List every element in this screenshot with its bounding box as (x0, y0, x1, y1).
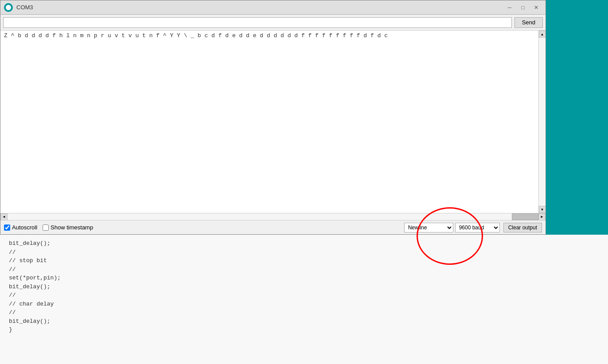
scroll-right-arrow[interactable]: ► (538, 213, 546, 221)
code-line-1: bit_delay(); (9, 239, 599, 248)
send-button[interactable]: Send (514, 17, 543, 28)
newline-select[interactable]: No line ending Newline Carriage return B… (404, 223, 453, 232)
minimize-button[interactable]: ─ (504, 3, 515, 12)
title-bar-left: COM3 (4, 3, 33, 12)
scroll-thumb-horizontal[interactable] (512, 213, 538, 220)
scroll-down-arrow[interactable]: ▼ (539, 206, 546, 213)
arduino-logo-inner (6, 5, 11, 10)
code-line-2: // (9, 248, 599, 257)
baud-select[interactable]: 300 baud 1200 baud 2400 baud 4800 baud 9… (455, 223, 500, 232)
clear-output-button[interactable]: Clear output (503, 223, 542, 232)
code-line-7: // (9, 291, 599, 300)
output-content: Z ^ b d d d d f h l n m n p r u v t v u … (0, 31, 538, 213)
code-line-10: bit_delay(); (9, 317, 599, 326)
autoscroll-container: Autoscroll (4, 224, 37, 231)
serial-input[interactable] (3, 17, 512, 28)
window-title: COM3 (16, 4, 33, 11)
title-bar: COM3 ─ □ ✕ (0, 0, 546, 15)
maximize-button[interactable]: □ (517, 3, 529, 12)
autoscroll-label: Autoscroll (12, 224, 37, 231)
timestamp-label: Show timestamp (51, 224, 93, 231)
timestamp-container: Show timestamp (43, 224, 93, 231)
arduino-logo (4, 3, 13, 12)
code-line-11: } (9, 325, 599, 334)
window-controls: ─ □ ✕ (504, 3, 542, 12)
serial-monitor-window: COM3 ─ □ ✕ Send Z ^ b d d d d f h l n m … (0, 0, 546, 235)
code-line-4: // (9, 265, 599, 274)
output-line-1: Z ^ b d d d d f h l n m n p r u v t v u … (4, 32, 535, 39)
horizontal-scrollbar[interactable]: ◄ ► (0, 213, 546, 220)
timestamp-checkbox[interactable] (43, 225, 49, 231)
scroll-track-vertical[interactable] (539, 38, 546, 206)
close-button[interactable]: ✕ (530, 3, 542, 12)
bottom-toolbar: Autoscroll Show timestamp No line ending… (0, 220, 546, 234)
code-line-3: // stop bit (9, 256, 599, 265)
send-bar: Send (0, 15, 546, 31)
code-line-9: // (9, 308, 599, 317)
code-area: bit_delay(); // // stop bit // set(*port… (0, 235, 608, 364)
scroll-left-arrow[interactable]: ◄ (0, 213, 8, 221)
output-area: Z ^ b d d d d f h l n m n p r u v t v u … (0, 31, 546, 213)
code-line-6: bit_delay(); (9, 283, 599, 291)
scroll-track-horizontal[interactable] (8, 213, 538, 220)
scroll-up-arrow[interactable]: ▲ (539, 31, 546, 38)
code-line-8: // char delay (9, 300, 599, 309)
code-line-5: set(*port,pin); (9, 274, 599, 283)
autoscroll-checkbox[interactable] (4, 225, 10, 231)
right-panel (546, 0, 608, 235)
vertical-scrollbar[interactable]: ▲ ▼ (538, 31, 546, 213)
